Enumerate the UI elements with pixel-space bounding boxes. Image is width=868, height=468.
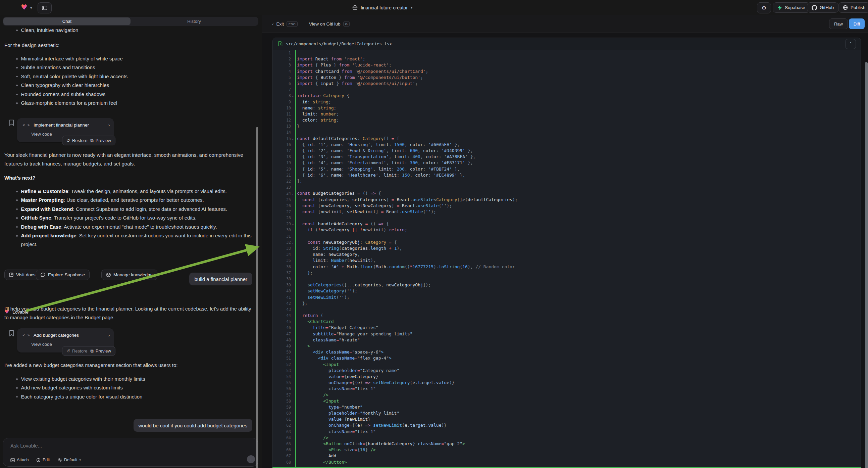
code-line-text: <Plus size={16} />	[297, 447, 376, 453]
line-number: 45	[273, 319, 291, 325]
list-item-text: Subtle animations and transitions	[21, 63, 95, 72]
code-line: 3import { Plus } from 'lucide-react';	[273, 62, 861, 68]
list-item: View existing budget categories with the…	[16, 375, 253, 383]
fold-chevron-icon[interactable]: ⌄	[292, 221, 293, 227]
code-line: 7	[273, 87, 861, 93]
fold-chevron-icon[interactable]: ⌄	[292, 239, 293, 245]
logo-menu-chevron-icon[interactable]: ▾	[30, 6, 32, 10]
list-item-text: Master Prompting: Use clear, detailed, a…	[21, 196, 204, 204]
preview-button[interactable]: ⧉Preview	[90, 138, 111, 143]
lovable-logo-icon[interactable]: ♥	[21, 3, 28, 12]
chevron-up-icon: ⌃	[849, 41, 852, 46]
tab-history[interactable]: History	[130, 18, 258, 25]
code-line: 18 { id: '3', name: 'Transportation', li…	[273, 154, 861, 160]
publish-globe-icon	[843, 5, 848, 10]
code-line: 61 value={newLimit}	[273, 416, 861, 422]
view-code-link[interactable]: View code	[31, 342, 52, 347]
explore-supabase-button[interactable]: Explore Supabase	[36, 270, 90, 280]
preview-button[interactable]: ⧉Preview	[90, 349, 111, 354]
publish-button[interactable]: Publish	[838, 2, 868, 13]
list-item: Add new budget categories with custom li…	[16, 383, 253, 392]
line-number: 55	[273, 380, 291, 386]
view-on-github-button[interactable]: View on GitHub G	[309, 19, 350, 29]
list-item-text: Glass-morphic elements for a premium fee…	[21, 99, 118, 108]
visit-docs-button[interactable]: Visit docs	[4, 270, 40, 280]
code-line-text: const [newLimit, setNewLimit] = React.us…	[297, 209, 436, 215]
code-editor[interactable]: 12import React from 'react';3import { Pl…	[273, 50, 861, 468]
send-button[interactable]: ↑	[247, 455, 255, 463]
bookmark-icon	[9, 119, 14, 126]
code-line: 52 <Input	[273, 361, 861, 368]
line-number: 43	[273, 306, 291, 313]
code-line-text: { id: '6', name: 'Healthcare', limit: 15…	[297, 172, 465, 178]
list-item: Rounded corners and subtle shadows	[16, 90, 253, 99]
line-number: 20	[273, 166, 291, 172]
line-number: 66	[273, 447, 291, 453]
code-line-text: const handleAddCategory = () => {	[297, 221, 389, 227]
whats-next-heading: What's next?	[4, 174, 36, 182]
bullet-dot	[16, 85, 18, 86]
line-number: 52	[273, 361, 291, 368]
restore-button[interactable]: ↺Restore	[66, 349, 87, 353]
code-line-text: onChange={(e) => setNewCategory(e.target…	[297, 380, 455, 386]
code-line-text: return (	[297, 313, 323, 319]
raw-button[interactable]: Raw	[829, 19, 848, 29]
code-line: 11 limit: number;	[273, 111, 861, 117]
supabase-button[interactable]: Supabase	[773, 2, 810, 13]
github-button[interactable]: GitHub	[807, 2, 838, 13]
fold-chevron-icon[interactable]: ⌄	[292, 136, 293, 142]
line-number: 16	[273, 142, 291, 148]
mode-selector[interactable]: Default ▾	[58, 458, 81, 462]
top-bar: ♥ ▾ financial-future-creator ▾ ⚙ Supabas…	[0, 0, 868, 16]
exit-button[interactable]: ‹ Exit ESC	[272, 19, 298, 29]
restore-preview-pill: ↺Restore ⧉Preview	[62, 136, 116, 145]
fold-chevron-icon[interactable]: ⌄	[292, 191, 293, 196]
diff-button[interactable]: Diff	[849, 19, 865, 29]
chat-scrollbar-thumb[interactable]	[256, 127, 258, 468]
restore-icon: ↺	[66, 349, 70, 353]
prompt-input[interactable]: Ask Lovable... Attach Edit Default ▾ ↑	[3, 438, 258, 467]
code-line: 25 const [categories, setCategories] = R…	[273, 197, 861, 203]
view-code-link[interactable]: View code	[31, 131, 52, 137]
esc-kbd-badge: ESC	[286, 21, 298, 27]
manage-knowledge-button[interactable]: Manage knowledge	[101, 270, 157, 280]
code-line-text: <Input	[297, 361, 339, 368]
code-line: 39 setCategories([...categories, newCate…	[273, 282, 861, 288]
file-added-icon	[278, 41, 282, 46]
list-item-text: Clean typography with clear hierarchies	[21, 81, 110, 90]
list-item: Expand with Backend: Connect Supabase to…	[16, 205, 254, 213]
tab-chat[interactable]: Chat	[3, 18, 130, 25]
edit-button[interactable]: Edit	[36, 458, 50, 462]
code-line-text: color: string;	[297, 117, 339, 123]
code-line-text: import { Button } from '@/components/ui/…	[297, 75, 423, 81]
code-line: 43	[273, 306, 861, 313]
line-number: 14	[273, 129, 291, 135]
code-line-text: limit: Number(newLimit),	[297, 258, 376, 264]
restore-button[interactable]: ↺Restore	[66, 138, 87, 143]
line-number: 21	[273, 172, 291, 178]
line-number: 4	[273, 68, 291, 75]
code-line-text: import { Plus } from 'lucide-react';	[297, 62, 392, 68]
code-line-text: { id: '3', name: 'Transportation', limit…	[297, 154, 475, 160]
list-item-text: Expand with Backend: Connect Supabase to…	[21, 205, 227, 213]
list-item: Minimalist interface with plenty of whit…	[16, 54, 253, 63]
code-scrollbar-thumb[interactable]	[865, 62, 868, 468]
chat-panel: Chat History Clean, intuitive navigation…	[0, 15, 262, 468]
settings-button[interactable]: ⚙	[757, 2, 771, 13]
toggle-sidebar-button[interactable]	[38, 2, 52, 13]
attach-button[interactable]: Attach	[10, 458, 29, 462]
code-line: 5import { Button } from '@/components/ui…	[273, 75, 861, 81]
list-item-text: Minimalist interface with plenty of whit…	[21, 54, 123, 63]
code-line-text: const [categories, setCategories] = Reac…	[297, 197, 518, 203]
chat-bubble-icon	[40, 273, 45, 277]
code-line-text: const BudgetCategories = () => {	[297, 191, 381, 196]
fold-chevron-icon[interactable]: ⌄	[292, 93, 293, 99]
list-item: Refine & Customize: Tweak the design, an…	[16, 187, 254, 196]
chevron-down-icon: ▾	[80, 458, 81, 462]
list-item-text: Rounded corners and subtle shadows	[21, 90, 106, 99]
bullet-dot	[16, 103, 18, 104]
file-path-bar[interactable]: src/components/budget/BudgetCategories.t…	[273, 38, 861, 50]
bullet-dot	[16, 94, 18, 95]
project-title[interactable]: financial-future-creator ▾	[352, 0, 413, 15]
collapse-file-button[interactable]: ⌃	[845, 39, 856, 49]
